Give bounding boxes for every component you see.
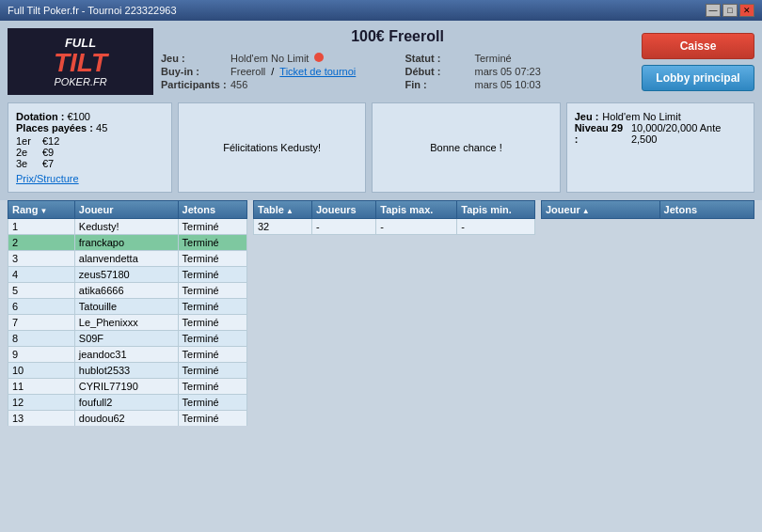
table-row[interactable]: 12 foufull2 Terminé: [8, 395, 247, 411]
table-row[interactable]: 9 jeandoc31 Terminé: [8, 347, 247, 363]
right-table-scroll[interactable]: Joueur▲ Jetons: [541, 200, 754, 426]
right-thead: Joueur▲ Jetons: [542, 201, 754, 219]
prize2-val: €9: [42, 147, 59, 158]
table-row[interactable]: 5 atika6666 Terminé: [8, 283, 247, 299]
lobby-button[interactable]: Lobby principal: [642, 65, 754, 91]
prize3-val: €7: [42, 158, 59, 169]
jeu-panel-label: Jeu :: [575, 111, 599, 122]
participants-label: Participants :: [161, 79, 227, 90]
right-table-wrap: Joueur▲ Jetons: [541, 200, 754, 524]
table-row[interactable]: 11 CYRIL77190 Terminé: [8, 379, 247, 395]
cell-rang: 12: [8, 395, 75, 411]
fin-value: mars 05 10:03: [475, 79, 541, 90]
cell-rang: 9: [8, 347, 75, 363]
middle-table-scroll[interactable]: Table▲ Joueurs Tapis max. Tapis min. 32 …: [253, 200, 535, 426]
title-bar: Full Tilt Poker.fr - Tournoi 223322963 —…: [0, 0, 762, 21]
cell-jetons: Terminé: [178, 283, 246, 299]
cell-jetons: Terminé: [178, 347, 246, 363]
cell-jetons: Terminé: [178, 395, 246, 411]
table-row[interactable]: 32 - - -: [254, 219, 535, 235]
cell-jetons: Terminé: [178, 251, 246, 267]
participants-value: 456: [230, 79, 247, 90]
minimize-button[interactable]: —: [706, 4, 721, 17]
cell-joueur: Kedusty!: [74, 219, 178, 235]
table-row[interactable]: 7 Le_Phenixxx Terminé: [8, 315, 247, 331]
col-joueurs: Joueurs: [311, 201, 375, 219]
cell-tapis-min: -: [457, 219, 535, 235]
cell-rang: 7: [8, 315, 75, 331]
prize3-label: 3e: [16, 158, 27, 169]
tournament-info: 100€ Freeroll Jeu : Hold'em No Limit Buy…: [161, 28, 634, 95]
jeu-label: Jeu :: [161, 53, 227, 64]
info-col-right: Statut : Terminé Début : mars 05 07:23 F…: [405, 53, 635, 92]
col-tapis-min: Tapis min.: [457, 201, 535, 219]
table-row[interactable]: 10 hublot2533 Terminé: [8, 363, 247, 379]
cell-jetons: Terminé: [178, 411, 246, 427]
rankings-tbody: 1 Kedusty! Terminé 2 franckapo Terminé 3…: [8, 219, 247, 427]
game-type-icon: [314, 53, 324, 62]
table-row[interactable]: 2 franckapo Terminé: [8, 235, 247, 251]
close-button[interactable]: ✕: [739, 4, 754, 17]
col-table[interactable]: Table▲: [254, 201, 312, 219]
message1-panel: Félicitations Kedusty!: [178, 102, 366, 193]
prize-col: 1er 2e 3e: [16, 135, 31, 169]
places-row: Places payées : 45: [16, 122, 164, 133]
info-row-statut: Statut : Terminé: [405, 53, 635, 64]
top-section: FULL TILT POKER.FR 100€ Freeroll Jeu : H…: [0, 21, 762, 102]
info-row-participants: Participants : 456: [161, 79, 390, 90]
info-row-jeu: Jeu : Hold'em No Limit: [161, 53, 390, 64]
cell-joueur: CYRIL77190: [74, 379, 178, 395]
cell-joueur: Le_Phenixxx: [74, 315, 178, 331]
table-row[interactable]: 1 Kedusty! Terminé: [8, 219, 247, 235]
jeu-panel-value: Hold'em No Limit: [602, 111, 680, 122]
cell-jetons: Terminé: [178, 267, 246, 283]
cell-rang: 1: [8, 219, 75, 235]
dotation-panel: Dotation : €100 Places payées : 45 1er 2…: [8, 102, 172, 193]
buyin-value: Freeroll: [230, 66, 265, 77]
rankings-table-scroll[interactable]: Rang▼ Joueur Jetons 1 Kedusty! Terminé 2…: [8, 200, 247, 426]
cell-tapis-max: -: [376, 219, 457, 235]
logo: FULL TILT POKER.FR: [54, 36, 107, 87]
table-row[interactable]: 13 doudou62 Terminé: [8, 411, 247, 427]
cell-jetons: Terminé: [178, 363, 246, 379]
cell-joueur: zeus57180: [74, 267, 178, 283]
window-controls: — □ ✕: [706, 4, 754, 17]
table-row[interactable]: 4 zeus57180 Terminé: [8, 267, 247, 283]
table-row[interactable]: 3 alanvendetta Terminé: [8, 251, 247, 267]
table-row[interactable]: 8 S09F Terminé: [8, 331, 247, 347]
cell-rang: 10: [8, 363, 75, 379]
info-row-fin: Fin : mars 05 10:03: [405, 79, 635, 90]
cell-joueur: doudou62: [74, 411, 178, 427]
prix-structure-link[interactable]: Prix/Structure: [16, 173, 79, 184]
ticket-link[interactable]: Ticket de tournoi: [279, 66, 356, 77]
dotation-value: €100: [67, 111, 89, 122]
cell-rang: 3: [8, 251, 75, 267]
rankings-table-wrap: Rang▼ Joueur Jetons 1 Kedusty! Terminé 2…: [8, 200, 247, 524]
cell-joueur: S09F: [74, 331, 178, 347]
col-joueur-right[interactable]: Joueur▲: [542, 201, 660, 219]
cell-joueur: franckapo: [74, 235, 178, 251]
prix-link-row: Prix/Structure: [16, 173, 164, 184]
rankings-header-row: Rang▼ Joueur Jetons: [8, 201, 247, 219]
cell-rang: 6: [8, 299, 75, 315]
cell-jetons: Terminé: [178, 219, 246, 235]
col-tapis-max: Tapis max.: [376, 201, 457, 219]
tables-section: Rang▼ Joueur Jetons 1 Kedusty! Terminé 2…: [0, 200, 762, 532]
jeu-value: Hold'em No Limit: [230, 53, 309, 64]
cell-jetons: Terminé: [178, 315, 246, 331]
logo-tilt: TILT: [54, 50, 107, 76]
table-row[interactable]: 6 Tatouille Terminé: [8, 299, 247, 315]
right-header-row: Joueur▲ Jetons: [542, 201, 754, 219]
prize1-val: €12: [42, 135, 59, 147]
prize2-row: 2e: [16, 147, 31, 158]
prize2-label: 2e: [16, 147, 27, 158]
middle-table-wrap: Table▲ Joueurs Tapis max. Tapis min. 32 …: [253, 200, 535, 524]
jeu-row: Jeu : Hold'em No Limit: [575, 111, 746, 122]
cell-table: 32: [254, 219, 312, 235]
prize-rows: 1er 2e 3e €12 €9 €7: [16, 135, 164, 169]
maximize-button[interactable]: □: [722, 4, 738, 17]
col-rang[interactable]: Rang▼: [8, 201, 75, 219]
jeu-panel: Jeu : Hold'em No Limit Niveau 29 : 10,00…: [566, 102, 754, 193]
caisse-button[interactable]: Caisse: [642, 33, 754, 59]
cell-rang: 4: [8, 267, 75, 283]
